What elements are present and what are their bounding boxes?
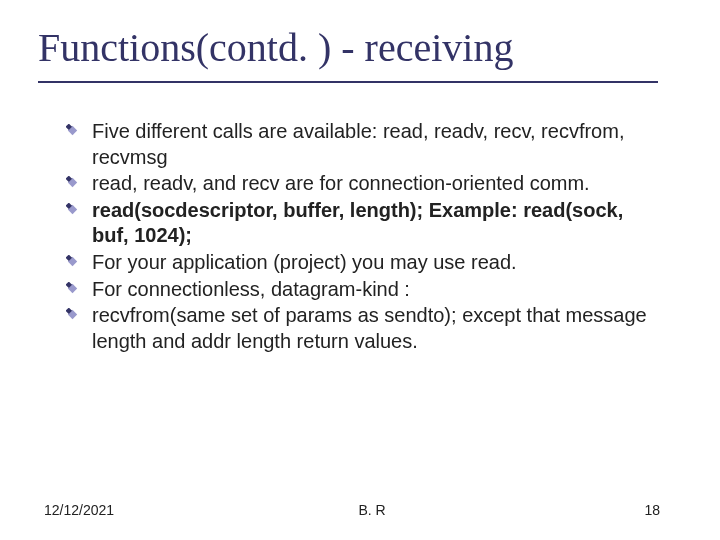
list-item-text: For connectionless, datagram-kind : [92, 278, 410, 300]
bullet-list: Five different calls are available: read… [92, 119, 664, 354]
slide-content: Five different calls are available: read… [0, 83, 720, 354]
diamond-bullet-icon [66, 124, 79, 137]
list-item-text: recvfrom(same set of params as sendto); … [92, 304, 647, 352]
list-item: Five different calls are available: read… [92, 119, 664, 170]
list-item-text: read, readv, and recv are for connection… [92, 172, 590, 194]
diamond-bullet-icon [66, 308, 79, 321]
list-item-text: Five different calls are available: read… [92, 120, 624, 168]
list-item: For connectionless, datagram-kind : [92, 277, 664, 303]
footer-date: 12/12/2021 [44, 502, 114, 518]
list-item-text: For your application (project) you may u… [92, 251, 517, 273]
list-item: recvfrom(same set of params as sendto); … [92, 303, 664, 354]
list-item-text: read(socdescriptor, buffer, length); Exa… [92, 199, 623, 247]
diamond-bullet-icon [66, 282, 79, 295]
slide-title: Functions(contd. ) - receiving [0, 0, 720, 81]
diamond-bullet-icon [66, 176, 79, 189]
list-item: For your application (project) you may u… [92, 250, 664, 276]
list-item: read, readv, and recv are for connection… [92, 171, 664, 197]
footer-center: B. R [114, 502, 630, 518]
diamond-bullet-icon [66, 255, 79, 268]
slide: Functions(contd. ) - receiving Five diff… [0, 0, 720, 540]
footer-page-number: 18 [630, 502, 660, 518]
diamond-bullet-icon [66, 203, 79, 216]
list-item: read(socdescriptor, buffer, length); Exa… [92, 198, 664, 249]
slide-footer: 12/12/2021 B. R 18 [0, 502, 720, 518]
